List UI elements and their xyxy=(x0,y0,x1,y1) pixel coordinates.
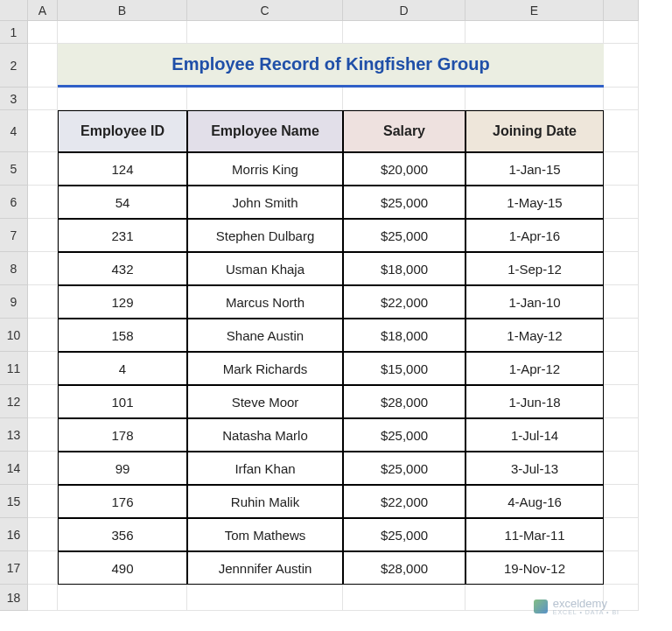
row-header-11[interactable]: 11 xyxy=(0,352,28,385)
row-header-12[interactable]: 12 xyxy=(0,385,28,418)
row-header-7[interactable]: 7 xyxy=(0,219,28,252)
cell-salary-9[interactable]: $25,000 xyxy=(343,452,466,485)
cell-name-3[interactable]: Usman Khaja xyxy=(187,252,343,285)
cell-F15[interactable] xyxy=(604,485,639,518)
cell-F6[interactable] xyxy=(604,186,639,219)
cell-F11[interactable] xyxy=(604,352,639,385)
cell-name-5[interactable]: Shane Austin xyxy=(187,319,343,352)
row-header-14[interactable]: 14 xyxy=(0,452,28,485)
cell-A8[interactable] xyxy=(28,252,58,285)
row-header-18[interactable]: 18 xyxy=(0,585,28,611)
cell-id-9[interactable]: 99 xyxy=(58,452,187,485)
cell-date-5[interactable]: 1-May-12 xyxy=(466,319,604,352)
cell-id-12[interactable]: 490 xyxy=(58,551,187,585)
row-header-10[interactable]: 10 xyxy=(0,319,28,352)
cell-date-3[interactable]: 1-Sep-12 xyxy=(466,252,604,285)
cell-A3[interactable] xyxy=(28,88,58,110)
col-header-A[interactable]: A xyxy=(28,0,58,21)
cell-id-8[interactable]: 178 xyxy=(58,418,187,452)
row-header-16[interactable]: 16 xyxy=(0,518,28,551)
cell-id-3[interactable]: 432 xyxy=(58,252,187,285)
cell-F8[interactable] xyxy=(604,252,639,285)
cell-name-2[interactable]: Stephen Dulbarg xyxy=(187,219,343,252)
cell-C18[interactable] xyxy=(187,585,343,611)
cell-name-8[interactable]: Natasha Marlo xyxy=(187,418,343,452)
cell-name-1[interactable]: John Smith xyxy=(187,186,343,219)
cell-B3[interactable] xyxy=(58,88,187,110)
cell-date-1[interactable]: 1-May-15 xyxy=(466,186,604,219)
cell-name-0[interactable]: Morris King xyxy=(187,152,343,186)
cell-A7[interactable] xyxy=(28,219,58,252)
cell-A5[interactable] xyxy=(28,152,58,186)
cell-D1[interactable] xyxy=(343,21,466,44)
row-header-17[interactable]: 17 xyxy=(0,551,28,585)
cell-id-7[interactable]: 101 xyxy=(58,385,187,418)
cell-date-11[interactable]: 11-Mar-11 xyxy=(466,518,604,551)
cell-salary-1[interactable]: $25,000 xyxy=(343,186,466,219)
cell-A2[interactable] xyxy=(28,44,58,88)
col-header-B[interactable]: B xyxy=(58,0,187,21)
cell-A11[interactable] xyxy=(28,352,58,385)
cell-id-5[interactable]: 158 xyxy=(58,319,187,352)
cell-A10[interactable] xyxy=(28,319,58,352)
cell-F14[interactable] xyxy=(604,452,639,485)
cell-salary-8[interactable]: $25,000 xyxy=(343,418,466,452)
cell-F2[interactable] xyxy=(604,44,639,88)
cell-salary-12[interactable]: $28,000 xyxy=(343,551,466,585)
cell-F9[interactable] xyxy=(604,285,639,319)
cell-F4[interactable] xyxy=(604,110,639,152)
cell-date-9[interactable]: 3-Jul-13 xyxy=(466,452,604,485)
cell-E3[interactable] xyxy=(466,88,604,110)
row-header-6[interactable]: 6 xyxy=(0,186,28,219)
cell-F16[interactable] xyxy=(604,518,639,551)
cell-name-12[interactable]: Jennnifer Austin xyxy=(187,551,343,585)
cell-F3[interactable] xyxy=(604,88,639,110)
cell-id-6[interactable]: 4 xyxy=(58,352,187,385)
col-header-next[interactable] xyxy=(604,0,639,21)
cell-salary-0[interactable]: $20,000 xyxy=(343,152,466,186)
row-header-8[interactable]: 8 xyxy=(0,252,28,285)
th-employee-name[interactable]: Employee Name xyxy=(187,110,343,152)
cell-F13[interactable] xyxy=(604,418,639,452)
cell-salary-10[interactable]: $22,000 xyxy=(343,485,466,518)
select-all-corner[interactable] xyxy=(0,0,28,21)
row-header-5[interactable]: 5 xyxy=(0,152,28,186)
cell-A16[interactable] xyxy=(28,518,58,551)
cell-F7[interactable] xyxy=(604,219,639,252)
row-header-2[interactable]: 2 xyxy=(0,44,28,88)
cell-salary-3[interactable]: $18,000 xyxy=(343,252,466,285)
cell-A15[interactable] xyxy=(28,485,58,518)
cell-id-1[interactable]: 54 xyxy=(58,186,187,219)
cell-id-11[interactable]: 356 xyxy=(58,518,187,551)
row-header-4[interactable]: 4 xyxy=(0,110,28,152)
cell-A1[interactable] xyxy=(28,21,58,44)
cell-date-8[interactable]: 1-Jul-14 xyxy=(466,418,604,452)
th-employee-id[interactable]: Employee ID xyxy=(58,110,187,152)
cell-name-9[interactable]: Irfan Khan xyxy=(187,452,343,485)
cell-A17[interactable] xyxy=(28,551,58,585)
cell-salary-11[interactable]: $25,000 xyxy=(343,518,466,551)
cell-date-12[interactable]: 19-Nov-12 xyxy=(466,551,604,585)
cell-F5[interactable] xyxy=(604,152,639,186)
cell-date-6[interactable]: 1-Apr-12 xyxy=(466,352,604,385)
cell-id-0[interactable]: 124 xyxy=(58,152,187,186)
cell-C1[interactable] xyxy=(187,21,343,44)
row-header-9[interactable]: 9 xyxy=(0,285,28,319)
cell-F10[interactable] xyxy=(604,319,639,352)
cell-id-10[interactable]: 176 xyxy=(58,485,187,518)
cell-A14[interactable] xyxy=(28,452,58,485)
cell-name-10[interactable]: Ruhin Malik xyxy=(187,485,343,518)
th-joining-date[interactable]: Joining Date xyxy=(466,110,604,152)
cell-id-2[interactable]: 231 xyxy=(58,219,187,252)
col-header-C[interactable]: C xyxy=(187,0,343,21)
cell-salary-2[interactable]: $25,000 xyxy=(343,219,466,252)
cell-salary-7[interactable]: $28,000 xyxy=(343,385,466,418)
cell-E1[interactable] xyxy=(466,21,604,44)
col-header-D[interactable]: D xyxy=(343,0,466,21)
cell-name-11[interactable]: Tom Mathews xyxy=(187,518,343,551)
cell-C3[interactable] xyxy=(187,88,343,110)
cell-name-7[interactable]: Steve Moor xyxy=(187,385,343,418)
cell-salary-5[interactable]: $18,000 xyxy=(343,319,466,352)
sheet-title[interactable]: Employee Record of Kingfisher Group xyxy=(58,44,604,88)
cell-salary-6[interactable]: $15,000 xyxy=(343,352,466,385)
